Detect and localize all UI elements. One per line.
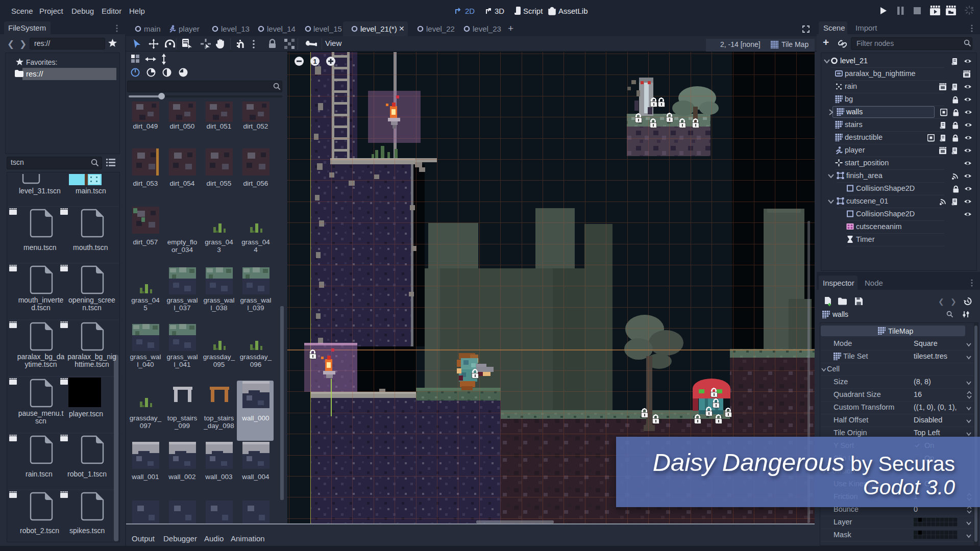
svg-text:1: 1 [313, 58, 316, 65]
